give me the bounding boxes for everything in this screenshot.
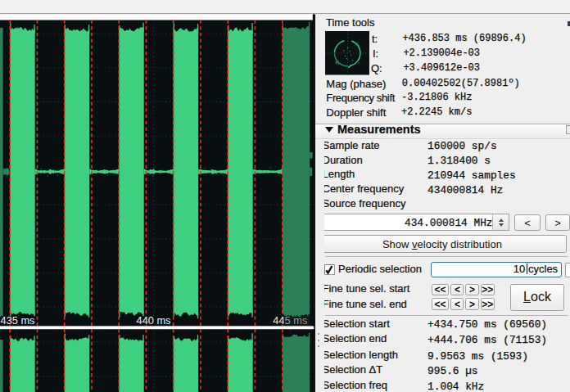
svg-text:435 ms: 435 ms <box>1 314 35 327</box>
svg-text:44: 44 <box>273 314 284 327</box>
svg-text:5 ms: 5 ms <box>285 314 308 327</box>
svg-text:440 ms: 440 ms <box>137 314 171 327</box>
